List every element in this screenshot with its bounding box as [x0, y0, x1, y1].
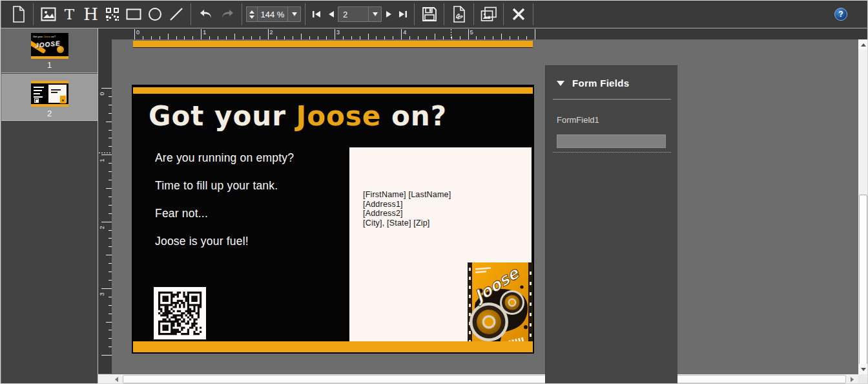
page-number-field[interactable] [338, 6, 369, 22]
copy-page-button[interactable] [478, 3, 499, 25]
insert-qrcode-button[interactable] [101, 3, 123, 25]
draw-rectangle-button[interactable] [123, 3, 144, 25]
body-text-block[interactable]: Are you running on empty?Time to fill up… [155, 151, 342, 262]
ruler-tick [108, 272, 112, 272]
new-page-button[interactable] [8, 3, 29, 25]
scroll-left-button[interactable] [111, 374, 121, 384]
page-1-label: 1 [1, 60, 98, 70]
save-button[interactable] [418, 3, 440, 25]
ruler-number: 1 [203, 29, 206, 36]
address-line: [Address2] [363, 209, 451, 219]
insert-heading-button[interactable]: H [80, 3, 101, 25]
form-fields-header[interactable]: Form Fields [557, 78, 629, 89]
thumb-product-image [60, 96, 66, 103]
toolbar-separator [33, 3, 34, 25]
zoom-value-field[interactable] [258, 6, 288, 22]
ruler-number: 4 [403, 29, 406, 36]
ruler-tick [108, 146, 112, 147]
product-image[interactable]: Joose [468, 262, 533, 352]
ruler-tick [108, 230, 112, 231]
ruler-number: 3 [336, 29, 340, 36]
ruler-tick [101, 155, 112, 155]
page-2-thumbnail[interactable] [31, 81, 68, 107]
last-page-button[interactable] [396, 5, 410, 24]
ruler-tick [108, 130, 112, 131]
scroll-down-button[interactable] [858, 364, 868, 374]
merge-address-block[interactable]: [FirstName] [LastName][Address1][Address… [363, 190, 451, 228]
postcard-page[interactable]: Got your Joose on? Are you running on em… [132, 85, 534, 354]
qr-modules [158, 292, 202, 335]
product-image-svg: Joose [468, 262, 533, 352]
top-orange-band[interactable] [133, 87, 533, 94]
ruler-tick [360, 36, 360, 39]
form-field-input[interactable] [557, 134, 666, 148]
heading-icon: H [83, 5, 98, 24]
ruler-tick [268, 29, 269, 39]
ruler-tick [108, 213, 112, 214]
draw-ellipse-button[interactable] [144, 3, 165, 25]
thumb-orange-band [31, 56, 68, 59]
panel-dotted-divider [553, 152, 671, 153]
ruler-tick [226, 36, 227, 39]
ruler-corner [98, 28, 112, 39]
page-1-thumbnail[interactable]: Got your Joose on? JOOSE [31, 33, 68, 59]
ruler-number: 0 [99, 91, 105, 97]
scroll-up-button[interactable] [858, 39, 868, 50]
ruler-tick [108, 171, 112, 172]
zoom-increase-icon[interactable] [249, 10, 254, 14]
ruler-number: 0 [136, 29, 140, 36]
ruler-tick [368, 34, 369, 39]
undo-button[interactable] [195, 3, 216, 25]
app-window: T H [0, 0, 868, 384]
ruler-tick [468, 29, 469, 39]
scroll-right-button[interactable] [847, 374, 857, 384]
qr-code-image[interactable] [154, 287, 206, 339]
zoom-dropdown-button[interactable] [288, 6, 301, 22]
ruler-tick [493, 36, 493, 39]
horizontal-scrollbar-thumb[interactable] [123, 375, 846, 383]
next-page-button[interactable] [382, 5, 396, 24]
zoom-stepper[interactable] [246, 6, 258, 22]
thumb-title: Got your Joose on? [33, 35, 67, 38]
insert-image-button[interactable] [37, 3, 59, 25]
ruler-tick [343, 36, 344, 39]
ruler-tick [108, 180, 112, 180]
toolbar: T H [1, 1, 868, 28]
headline-text[interactable]: Got your Joose on? [149, 100, 510, 132]
ruler-tick [276, 36, 277, 39]
sidebar-page-2-selected[interactable]: 2 [1, 74, 98, 121]
close-button[interactable] [508, 3, 529, 25]
sidebar-page-1[interactable]: Got your Joose on? JOOSE 1 [1, 28, 98, 73]
vertical-ruler: 0123 [98, 39, 112, 374]
redo-button[interactable] [216, 3, 238, 25]
ruler-tick [160, 36, 160, 39]
bottom-orange-band[interactable] [133, 341, 533, 352]
thumb-address-line [51, 89, 61, 91]
body-line: Joose is your fuel! [155, 235, 342, 262]
qrcode-icon [105, 7, 119, 21]
draw-line-button[interactable] [165, 3, 187, 25]
thumb-text-line [34, 96, 43, 98]
insert-text-button[interactable]: T [59, 3, 80, 25]
save-icon [422, 6, 437, 22]
thumb-text-line [34, 87, 44, 88]
vertical-scrollbar-thumb[interactable] [859, 195, 867, 374]
collapse-triangle-icon[interactable] [557, 81, 564, 86]
ruler-tick [376, 36, 377, 39]
ruler-tick [101, 222, 112, 222]
ruler-tick [101, 288, 112, 289]
export-pdf-button[interactable] [448, 3, 470, 25]
ruler-tick [518, 36, 519, 39]
page-dropdown-button[interactable] [369, 6, 382, 22]
zoom-decrease-icon[interactable] [249, 16, 254, 19]
next-page-icon [386, 10, 393, 18]
vertical-scrollbar[interactable] [858, 39, 868, 374]
page-number-input[interactable] [343, 10, 368, 19]
previous-page-button[interactable] [324, 5, 338, 24]
zoom-input[interactable] [258, 10, 287, 19]
first-page-button[interactable] [309, 5, 324, 24]
ruler-tick [108, 238, 112, 239]
ruler-tick [184, 36, 185, 39]
horizontal-scrollbar[interactable] [98, 374, 858, 384]
help-button[interactable]: ? [834, 8, 847, 21]
